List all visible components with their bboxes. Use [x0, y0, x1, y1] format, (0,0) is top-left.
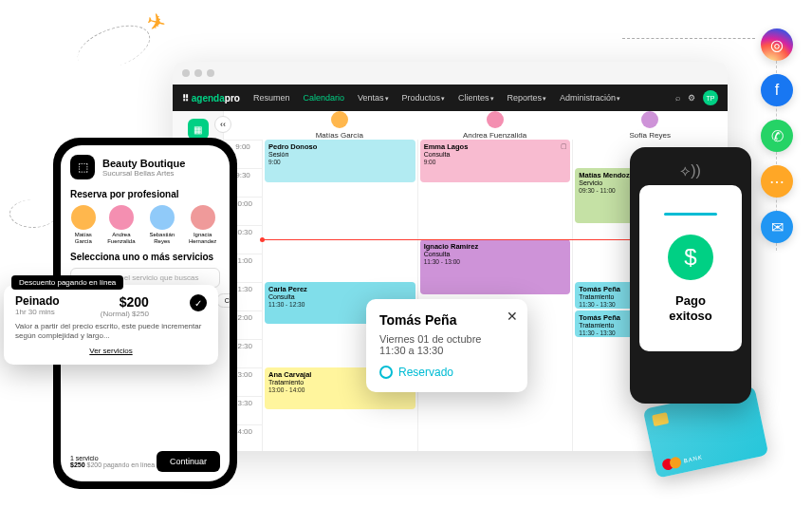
staff-option[interactable]: Matías García — [70, 205, 96, 244]
branch-name: Sucursal Bellas Artes — [102, 169, 185, 178]
service-price: $200 — [101, 294, 149, 310]
nav-calendario[interactable]: Calendario — [303, 93, 344, 103]
service-count: 1 servicio — [70, 455, 155, 461]
calendar-view-button[interactable]: ▦ — [188, 119, 209, 140]
user-avatar[interactable]: TP — [703, 90, 718, 105]
nfc-icon: ⟡)) — [639, 157, 742, 185]
nav-ventas[interactable]: Ventas▾ — [358, 93, 389, 103]
staff-header: Matías García Andrea Fuenzalida Sofía Re… — [224, 111, 728, 140]
close-icon[interactable]: ✕ — [507, 309, 518, 324]
nav-clientes[interactable]: Clientes▾ — [458, 93, 494, 103]
normal-price: (Normal) $250 — [101, 310, 149, 318]
service-card[interactable]: Descuento pagando en línea Peinado 1hr 3… — [4, 285, 218, 365]
appointment[interactable]: Pedro DonosoSesión9:00 — [265, 140, 415, 182]
search-icon[interactable]: ⌕ — [675, 93, 680, 103]
browser-chrome — [173, 62, 728, 85]
nav-reportes[interactable]: Reportes▾ — [508, 93, 547, 103]
instagram-icon[interactable]: ◎ — [761, 28, 793, 61]
service-description: Valor a partir del precio escrito, este … — [15, 322, 207, 342]
mastercard-icon — [661, 456, 682, 471]
business-name: Beauty Boutique — [102, 158, 185, 169]
discount-badge: Descuento pagando en línea — [11, 275, 123, 290]
see-services-link[interactable]: Ver servicios — [89, 347, 132, 355]
staff-column-header: Matías García — [262, 111, 417, 140]
appointment[interactable]: Emma LagosConsulta9:00▢ — [420, 140, 571, 182]
dashed-path — [9, 199, 57, 228]
nav-productos[interactable]: Productos▾ — [402, 93, 446, 103]
appointment[interactable]: Ignacio RamírezConsulta11:30 - 13:00 — [420, 239, 571, 294]
staff-option[interactable]: Sebastián Reyes — [146, 205, 177, 244]
pos-terminal: ⟡)) $ Pagoexitoso — [630, 147, 751, 404]
staff-option[interactable]: Ignacia Hernandez — [185, 205, 220, 244]
section-title: Reserva por profesional — [70, 189, 220, 199]
chat-icon[interactable]: ⋯ — [761, 165, 793, 198]
facebook-icon[interactable]: f — [761, 74, 793, 106]
social-icons: ◎ f ✆ ⋯ ✉ — [761, 28, 793, 243]
top-nav: ⠿ agendapro Resumen Calendario Ventas▾ P… — [173, 85, 728, 111]
nav-admin[interactable]: Administración▾ — [560, 93, 620, 103]
email-icon[interactable]: ✉ — [761, 211, 793, 243]
appointment-popover: ✕ Tomás Peña Viernes 01 de octubre 11:30… — [366, 299, 527, 392]
payment-status: Pagoexitoso — [669, 293, 712, 323]
dashed-path — [72, 17, 157, 79]
staff-column-header: Andrea Fuenzalida — [417, 111, 573, 140]
status-ring-icon — [379, 366, 393, 379]
staff-column-header: Sofía Reyes — [572, 111, 728, 140]
business-logo: ⬚ — [70, 155, 95, 179]
popover-name: Tomás Peña — [379, 312, 514, 328]
service-duration: 1hr 30 mins — [15, 308, 60, 316]
popover-status: Reservado — [379, 366, 514, 379]
selected-check-icon[interactable]: ✓ — [190, 294, 207, 311]
section-title: Selecciona uno o más servicios — [70, 252, 220, 262]
nav-resumen[interactable]: Resumen — [253, 93, 290, 103]
staff-option[interactable]: Andrea Fuenzalida — [103, 205, 138, 244]
whatsapp-icon[interactable]: ✆ — [761, 120, 793, 152]
popover-time: 11:30 a 13:30 — [379, 345, 514, 356]
service-title: Peinado — [15, 294, 60, 308]
current-time-dot — [260, 237, 265, 242]
success-icon: $ — [668, 235, 713, 280]
logo: ⠿ agendapro — [182, 93, 240, 103]
popover-date: Viernes 01 de octubre — [379, 333, 514, 345]
collapse-sidebar-button[interactable]: ‹‹ — [214, 116, 231, 133]
gear-icon[interactable]: ⚙ — [688, 93, 695, 103]
continue-button[interactable]: Continuar — [157, 451, 220, 472]
